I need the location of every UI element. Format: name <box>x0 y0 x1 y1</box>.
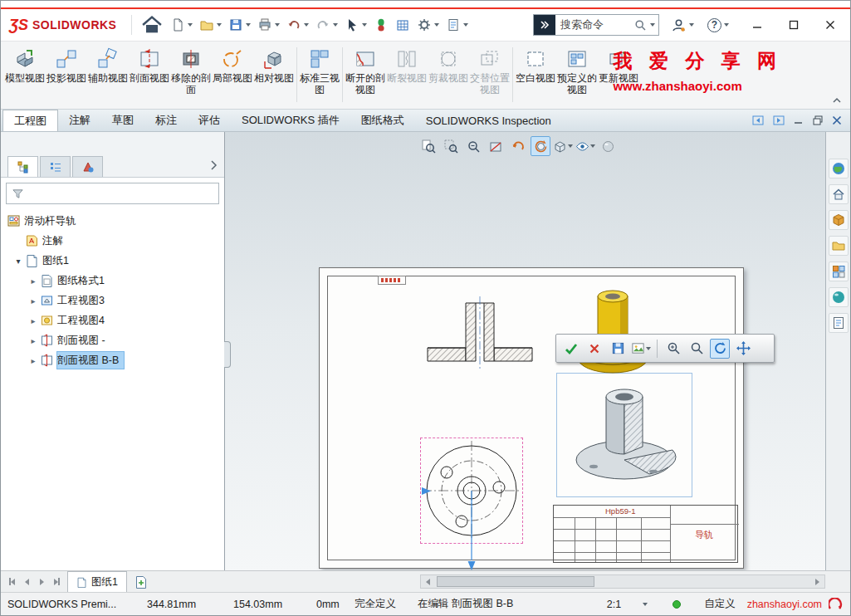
collapsed-arrow-icon[interactable]: ▸ <box>27 356 39 365</box>
undo-button[interactable] <box>283 13 312 37</box>
design-library-button[interactable] <box>829 210 849 230</box>
file-properties-button[interactable] <box>392 13 413 37</box>
ribbon-standard-3-view[interactable]: 标准三视图 <box>299 44 340 107</box>
help-button[interactable]: ? <box>704 13 732 37</box>
new-document-button[interactable] <box>167 13 196 37</box>
ribbon-empty-view[interactable]: 空白视图 <box>515 44 556 107</box>
home-button[interactable] <box>137 13 167 37</box>
next-sheet-button[interactable] <box>34 574 49 590</box>
ribbon-break-view[interactable]: 断裂视图 <box>386 44 428 107</box>
zoom-button[interactable] <box>687 339 707 359</box>
expanded-arrow-icon[interactable]: ▾ <box>12 257 24 266</box>
scroll-right-button[interactable] <box>810 575 824 588</box>
select-button[interactable] <box>341 13 370 37</box>
cancel-button[interactable] <box>584 339 604 359</box>
tab-drawing[interactable]: 工程图 <box>2 110 58 131</box>
zoom-in-out-button[interactable] <box>463 136 483 156</box>
collapsed-arrow-icon[interactable]: ▸ <box>27 296 39 306</box>
tab-sketch[interactable]: 草图 <box>101 110 144 131</box>
add-sheet-button[interactable] <box>130 573 152 591</box>
tree-filter-box[interactable] <box>6 183 219 204</box>
save-view-button[interactable] <box>608 339 628 359</box>
tree-root[interactable]: 滑动杆导轨 <box>1 211 224 231</box>
search-caret[interactable] <box>650 23 655 27</box>
ribbon-removed-section[interactable]: 移除的剖面 <box>170 44 212 107</box>
panel-splitter-handle[interactable] <box>224 341 231 368</box>
redo-button[interactable] <box>312 13 341 37</box>
view-palette-button[interactable] <box>829 262 849 281</box>
save-button[interactable] <box>225 13 254 37</box>
ribbon-alternate-position-view[interactable]: 交替位置视图 <box>469 44 511 107</box>
tab-annotation[interactable]: 注解 <box>58 110 101 131</box>
open-button[interactable] <box>196 13 225 37</box>
tab-inspection[interactable]: SOLIDWORKS Inspection <box>415 110 562 131</box>
tab-evaluate[interactable]: 评估 <box>188 110 231 131</box>
restore-doc-icon[interactable] <box>813 115 823 125</box>
zoom-to-fit-button[interactable] <box>418 136 438 156</box>
tree-item-section-view-bb[interactable]: ▸ 剖面视图 B-B <box>1 350 224 370</box>
close-doc-icon[interactable] <box>832 115 842 125</box>
tree-item-annotations[interactable]: 注解 <box>1 231 224 251</box>
ribbon-predefined-view[interactable]: 预定义的视图 <box>556 44 598 107</box>
ribbon-section-view[interactable]: 剖面视图 <box>129 44 170 107</box>
close-button[interactable] <box>819 13 842 37</box>
custom-properties-button[interactable] <box>829 313 849 333</box>
collapsed-arrow-icon[interactable]: ▸ <box>27 276 39 286</box>
view-settings-button[interactable] <box>598 136 618 156</box>
tree-item-section-view-a[interactable]: ▸ 剖面视图 - <box>1 330 224 350</box>
rebuild-button[interactable] <box>370 13 392 37</box>
resources-button[interactable] <box>829 159 849 178</box>
zoom-in-button[interactable] <box>663 339 683 359</box>
first-sheet-button[interactable] <box>4 574 19 590</box>
copy-image-button[interactable] <box>631 339 651 359</box>
isometric-section-view[interactable] <box>556 373 692 497</box>
scale-caret[interactable] <box>643 603 648 606</box>
tree-item-sheet1[interactable]: ▾ 图纸1 <box>1 251 224 271</box>
status-scale[interactable]: 2:1 <box>607 599 621 610</box>
hide-show-items-button[interactable] <box>575 136 595 156</box>
last-sheet-button[interactable] <box>49 574 64 590</box>
ribbon-auxiliary-view[interactable]: 辅助视图 <box>87 44 129 107</box>
tab-configuration-manager[interactable] <box>72 156 103 177</box>
dock-left-icon[interactable] <box>752 115 764 125</box>
ribbon-projected-view[interactable]: 投影视图 <box>46 44 87 107</box>
circular-view-selected[interactable] <box>420 438 523 544</box>
home-pane-button[interactable] <box>829 184 849 204</box>
rotate-view-tool-button[interactable] <box>710 339 730 359</box>
ribbon-relative-view[interactable]: 相对视图 <box>253 44 295 107</box>
confirm-button[interactable] <box>561 339 581 359</box>
tab-sheet-format[interactable]: 图纸格式 <box>350 110 415 131</box>
document-properties-button[interactable] <box>443 13 472 37</box>
previous-view-button[interactable] <box>508 136 528 156</box>
tab-addins[interactable]: SOLIDWORKS 插件 <box>231 110 350 131</box>
minimize-button[interactable] <box>746 13 769 37</box>
zoom-to-area-button[interactable] <box>441 136 461 156</box>
pan-button[interactable] <box>733 339 753 359</box>
tab-feature-manager[interactable] <box>7 156 38 177</box>
ribbon-crop-view[interactable]: 剪裁视图 <box>428 44 469 107</box>
scrollbar-thumb[interactable] <box>437 576 594 587</box>
ribbon-model-view[interactable]: 模型视图 <box>4 44 46 107</box>
section-view-bb-drawing[interactable] <box>418 296 542 374</box>
drawing-sheet[interactable]: Hpb59-1 导轨 <box>319 267 744 569</box>
maximize-button[interactable] <box>782 13 805 37</box>
tab-dimension[interactable]: 标注 <box>144 110 188 131</box>
tree-item-sheet-format1[interactable]: ▸ 图纸格式1 <box>1 271 224 291</box>
status-custom[interactable]: 自定义 <box>704 597 736 611</box>
tree-item-drawing-view3[interactable]: ▸ 工程视图3 <box>1 291 224 310</box>
collapsed-arrow-icon[interactable]: ▸ <box>27 336 39 345</box>
previous-sheet-button[interactable] <box>19 574 34 590</box>
account-button[interactable] <box>668 13 697 37</box>
expand-panel-button[interactable] <box>210 160 218 173</box>
collapsed-arrow-icon[interactable]: ▸ <box>27 316 39 325</box>
scroll-left-button[interactable] <box>421 575 435 588</box>
horizontal-scrollbar[interactable] <box>420 574 825 589</box>
command-search-box[interactable]: 搜索命令 <box>533 14 659 36</box>
appearances-button[interactable] <box>829 287 849 307</box>
section-view-button[interactable] <box>486 136 506 156</box>
ribbon-broken-out-section[interactable]: 断开的剖视图 <box>345 44 386 107</box>
ribbon-detail-view[interactable]: 局部视图 <box>212 44 253 107</box>
dock-right-icon[interactable] <box>773 115 785 125</box>
minimize-doc-icon[interactable] <box>794 115 804 125</box>
ribbon-update-view[interactable]: 更新视图 <box>598 44 639 107</box>
